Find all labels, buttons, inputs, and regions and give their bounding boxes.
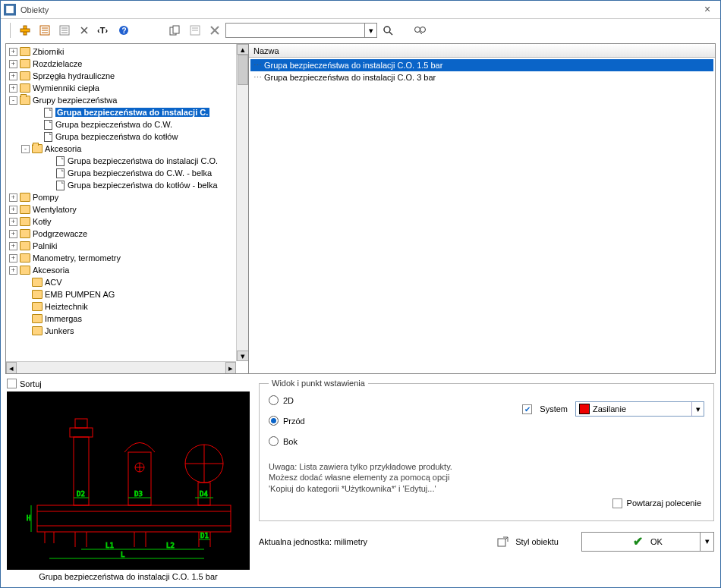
- tree-item-label: ACV: [45, 278, 62, 287]
- find-object-button[interactable]: [411, 21, 429, 39]
- expand-icon[interactable]: +: [9, 254, 17, 263]
- tree-item[interactable]: -Grupy bezpieczeństwa: [8, 94, 235, 106]
- list-item-label: Grupa bezpieczeństwa do instalacji C.O. …: [264, 73, 436, 82]
- tree-item[interactable]: +Manometry, termometry: [8, 252, 235, 264]
- list-pane: Nazwa ⋯Grupa bezpieczeństwa do instalacj…: [249, 44, 715, 373]
- tree-item[interactable]: Grupa bezpieczeństwa do kotłów - belka: [8, 179, 235, 191]
- tree-item-label: Junkers: [45, 326, 74, 335]
- properties-button[interactable]: [36, 21, 54, 39]
- radio-front[interactable]: Przód: [269, 416, 305, 426]
- tree-item[interactable]: +Kotły: [8, 215, 235, 228]
- expand-icon[interactable]: +: [9, 230, 17, 238]
- tree-item[interactable]: +Pompy: [8, 191, 235, 203]
- tree-item[interactable]: +Akcesoria: [8, 264, 235, 276]
- tree-item[interactable]: Grupa bezpieczeństwa do instalacji C.: [8, 106, 235, 118]
- document-icon: [56, 181, 65, 190]
- expand-icon[interactable]: +: [9, 266, 17, 275]
- radio-side[interactable]: Bok: [269, 436, 305, 446]
- help-button[interactable]: ?: [115, 21, 133, 39]
- tree-hscrollbar[interactable]: ◂ ▸: [6, 361, 236, 373]
- expand-icon[interactable]: -: [9, 96, 17, 105]
- system-checkbox[interactable]: ✔: [522, 404, 532, 414]
- search-input[interactable]: [226, 24, 364, 37]
- sort-checkbox[interactable]: [7, 379, 17, 388]
- ok-dropdown[interactable]: ▾: [700, 533, 713, 551]
- svg-rect-1: [20, 29, 30, 32]
- svg-line-19: [389, 32, 392, 35]
- expand-icon[interactable]: +: [9, 60, 17, 68]
- tree-item[interactable]: +Wymienniki ciepła: [8, 82, 235, 94]
- system-select[interactable]: Zasilanie ▾: [575, 401, 704, 417]
- tree-item[interactable]: +Podgrzewacze: [8, 228, 235, 240]
- svg-point-18: [384, 27, 390, 33]
- scroll-thumb[interactable]: [238, 55, 248, 85]
- folder-icon: [32, 278, 43, 287]
- tree-item[interactable]: ACV: [8, 276, 235, 288]
- scroll-right-icon[interactable]: ▸: [225, 362, 236, 373]
- category-tree[interactable]: +Zbiorniki+Rozdzielacze+Sprzęgła hydraul…: [6, 44, 236, 361]
- search-combo[interactable]: ▾: [225, 23, 377, 38]
- tree-item[interactable]: Immergas: [8, 313, 235, 325]
- tree-item[interactable]: EMB PUMPEN AG: [8, 288, 235, 300]
- tree-item-label: Grupa bezpieczeństwa do C.W.: [55, 120, 172, 129]
- tree-item[interactable]: +Palniki: [8, 240, 235, 252]
- object-list[interactable]: ⋯Grupa bezpieczeństwa do instalacji C.O.…: [249, 58, 715, 373]
- ok-button[interactable]: ✔ OK ▾: [581, 532, 714, 552]
- list-button[interactable]: [55, 21, 74, 39]
- svg-rect-14: [173, 26, 179, 33]
- text-button[interactable]: ‹T›: [95, 21, 113, 39]
- svg-rect-27: [70, 428, 93, 437]
- tree-item[interactable]: Grupa bezpieczeństwa do kotłów: [8, 130, 235, 143]
- search-dropdown-icon[interactable]: ▾: [364, 24, 376, 37]
- tools-button[interactable]: [75, 21, 93, 39]
- expand-icon[interactable]: +: [9, 206, 17, 214]
- expand-icon[interactable]: +: [9, 72, 17, 80]
- tree-item[interactable]: Grupa bezpieczeństwa do C.W.: [8, 118, 235, 130]
- close-button[interactable]: ×: [697, 2, 717, 17]
- tree-item[interactable]: Junkers: [8, 325, 235, 337]
- titlebar: Obiekty ×: [1, 1, 720, 19]
- add-button[interactable]: [16, 21, 34, 39]
- svg-text:L2: L2: [166, 542, 175, 549]
- scroll-up-icon[interactable]: ▴: [237, 44, 248, 55]
- window-title: Obiekty: [20, 5, 697, 14]
- check-icon: ✔: [633, 534, 643, 549]
- paste-button[interactable]: [186, 21, 204, 39]
- scroll-left-icon[interactable]: ◂: [6, 362, 17, 373]
- repeat-label: Powtarzaj polecenie: [627, 498, 701, 508]
- expand-icon[interactable]: +: [9, 193, 17, 202]
- tree-item[interactable]: +Wentylatory: [8, 203, 235, 215]
- tree-item-label: Manometry, termometry: [33, 253, 121, 263]
- tree-item-label: Grupa bezpieczeństwa do kotłów: [55, 132, 178, 141]
- list-column-header[interactable]: Nazwa: [249, 44, 715, 58]
- expand-icon[interactable]: -: [21, 145, 30, 153]
- object-style-button[interactable]: Styl obiektu: [490, 533, 566, 551]
- tree-item[interactable]: Grupa bezpieczeństwa do instalacji C.O.: [8, 155, 235, 167]
- radio-icon: [269, 436, 279, 446]
- tree-item-label: Wymienniki ciepła: [33, 83, 99, 93]
- tree-item[interactable]: -Akcesoria: [8, 143, 235, 155]
- expand-icon[interactable]: +: [9, 218, 17, 226]
- radio-2d[interactable]: 2D: [269, 395, 305, 405]
- search-button[interactable]: [379, 21, 397, 39]
- tree-vscrollbar[interactable]: ▴ ▾: [236, 44, 248, 361]
- list-item[interactable]: ⋯Grupa bezpieczeństwa do instalacji C.O.…: [250, 59, 713, 71]
- expand-icon[interactable]: +: [9, 84, 17, 93]
- tree-item[interactable]: +Sprzęgła hydrauliczne: [8, 70, 235, 82]
- expand-icon[interactable]: +: [9, 242, 17, 250]
- delete-button[interactable]: [206, 21, 224, 39]
- tree-item[interactable]: Heiztechnik: [8, 300, 235, 313]
- tree-item[interactable]: +Rozdzielacze: [8, 58, 235, 70]
- tree-item[interactable]: Grupa bezpieczeństwa do C.W. - belka: [8, 167, 235, 179]
- tree-item[interactable]: +Zbiorniki: [8, 46, 235, 58]
- svg-rect-23: [37, 505, 231, 532]
- chevron-down-icon[interactable]: ▾: [691, 402, 704, 416]
- preview-caption: Grupa bezpieczeństwa do instalacji C.O. …: [7, 572, 250, 581]
- document-icon: [44, 120, 52, 130]
- repeat-checkbox[interactable]: [612, 498, 622, 508]
- expand-icon[interactable]: +: [9, 48, 17, 56]
- copy-button[interactable]: [166, 21, 184, 39]
- scroll-down-icon[interactable]: ▾: [237, 351, 248, 361]
- tree-pane: +Zbiorniki+Rozdzielacze+Sprzęgła hydraul…: [6, 44, 249, 373]
- list-item[interactable]: ⋯Grupa bezpieczeństwa do instalacji C.O.…: [250, 71, 713, 83]
